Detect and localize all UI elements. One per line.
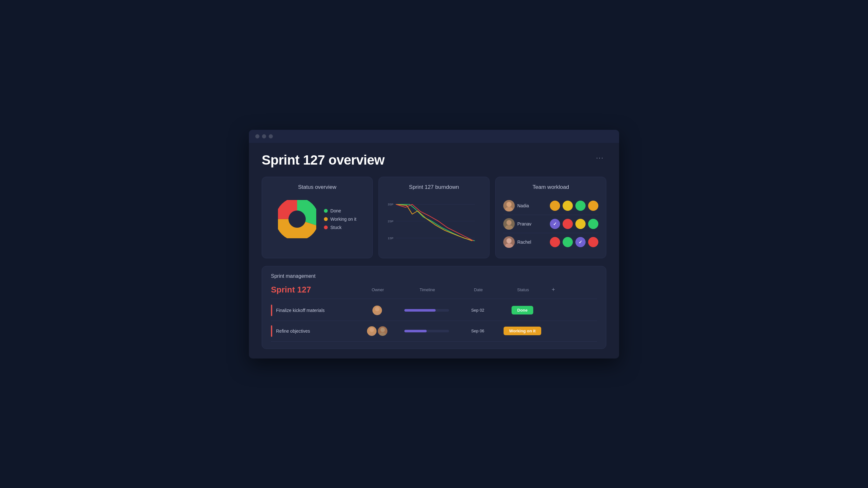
svg-point-19 (369, 332, 375, 336)
main-content: Sprint 127 overview ··· Status overview (249, 143, 619, 358)
member-name-pranav: Pranav (517, 221, 536, 226)
pie-legend: Done Working on it Stuck (324, 208, 356, 230)
svg-text:2SP: 2SP (388, 220, 394, 223)
burndown-title: Sprint 127 burndown (386, 184, 482, 190)
page-title: Sprint 127 overview (262, 153, 384, 168)
col-header-date: Date (459, 287, 497, 292)
workload-table: Nadia Pranav (503, 197, 598, 251)
svg-point-12 (506, 220, 512, 225)
legend-done: Done (324, 208, 356, 214)
task-2-owners (360, 326, 395, 336)
avatar-nadia (503, 200, 515, 212)
stuck-label: Stuck (330, 225, 341, 230)
avatar-pranav (503, 218, 515, 230)
nadia-status-dots (550, 201, 598, 211)
svg-point-13 (505, 225, 513, 230)
pie-chart (278, 200, 316, 238)
working-label: Working on it (330, 217, 356, 222)
pranav-dot-3 (576, 219, 586, 229)
task-indicator-1 (271, 304, 272, 316)
done-dot (324, 209, 328, 213)
workload-row-pranav: Pranav (503, 215, 598, 233)
task-1-date: Sep 02 (459, 308, 497, 313)
sprint-header: Sprint 127 Owner Timeline Date Status + (271, 285, 597, 299)
nadia-dot-4 (588, 201, 598, 211)
svg-point-10 (506, 202, 512, 207)
task-name-1: Finalize kickoff materials (276, 308, 360, 313)
team-workload-title: Team workload (503, 184, 598, 190)
title-bar (249, 130, 619, 143)
nadia-dot-3 (576, 201, 586, 211)
svg-text:3SP: 3SP (388, 203, 394, 206)
stuck-dot (324, 226, 328, 229)
avatar-rachel (503, 236, 515, 248)
rachel-dot-4 (588, 237, 598, 247)
burndown-card: Sprint 127 burndown 3SP 2SP 1SP (378, 177, 490, 258)
sprint-management-section: Sprint management Sprint 127 Owner Timel… (262, 266, 606, 349)
svg-point-17 (374, 312, 380, 315)
task-1-owner-avatar (372, 305, 382, 315)
task-2-timeline-fill (404, 330, 427, 332)
member-name-nadia: Nadia (517, 203, 536, 208)
working-dot (324, 217, 328, 221)
rachel-dot-2 (563, 237, 573, 247)
col-header-timeline: Timeline (395, 287, 459, 292)
rachel-dot-3 (576, 237, 586, 247)
sprint-management-title: Sprint management (271, 273, 597, 279)
window-dot-3 (269, 134, 273, 138)
task-1-timeline-fill (404, 309, 436, 312)
pie-container: Done Working on it Stuck (270, 197, 365, 241)
task-1-status: Done (497, 306, 548, 315)
task-1-timeline (395, 309, 459, 312)
task-1-timeline-bar (404, 309, 449, 312)
legend-stuck: Stuck (324, 225, 356, 230)
more-options-button[interactable]: ··· (594, 153, 606, 163)
col-header-owner: Owner (360, 287, 395, 292)
task-indicator-2 (271, 325, 272, 337)
task-2-status: Working on it (497, 327, 548, 335)
rachel-status-dots (550, 237, 598, 247)
add-column-button[interactable]: + (549, 286, 558, 293)
task-2-date: Sep 06 (459, 328, 497, 333)
svg-point-16 (375, 307, 379, 311)
task-2-timeline (395, 330, 459, 332)
burndown-chart: 3SP 2SP 1SP (388, 197, 480, 248)
rachel-dot-1 (550, 237, 560, 247)
task-1-owners (360, 305, 395, 315)
task-2-owner-avatar-2 (378, 326, 388, 336)
cards-row: Status overview (262, 177, 606, 258)
svg-text:1SP: 1SP (388, 236, 394, 239)
svg-point-15 (505, 243, 513, 248)
member-name-rachel: Rachel (517, 239, 536, 245)
done-label: Done (330, 208, 341, 214)
svg-point-14 (506, 238, 512, 243)
task-2-timeline-bar (404, 330, 449, 332)
pranav-dot-2 (563, 219, 573, 229)
legend-working: Working on it (324, 217, 356, 222)
nadia-dot-2 (563, 201, 573, 211)
pranav-status-dots (550, 219, 598, 229)
task-2-status-badge: Working on it (503, 327, 541, 335)
task-row-1: Finalize kickoff materials Sep 02 Done (271, 300, 597, 321)
page-header: Sprint 127 overview ··· (262, 153, 606, 168)
nadia-dot-1 (550, 201, 560, 211)
svg-point-11 (505, 207, 513, 212)
workload-row-nadia: Nadia (503, 197, 598, 215)
task-row-2: Refine objectives Sep 06 Working (271, 321, 597, 341)
workload-row-rachel: Rachel (503, 233, 598, 251)
burndown-container: 3SP 2SP 1SP (386, 197, 482, 249)
svg-point-20 (380, 328, 385, 332)
pranav-dot-4 (588, 219, 598, 229)
svg-point-3 (288, 210, 306, 228)
task-1-status-badge: Done (512, 306, 533, 315)
status-overview-title: Status overview (270, 184, 365, 190)
app-window: Sprint 127 overview ··· Status overview (249, 130, 619, 358)
svg-point-18 (370, 328, 374, 332)
window-dot-2 (262, 134, 266, 138)
sprint-name: Sprint 127 (271, 285, 360, 295)
task-2-owner-avatar-1 (367, 326, 377, 336)
svg-point-21 (379, 332, 386, 336)
status-overview-card: Status overview (262, 177, 373, 258)
task-name-2: Refine objectives (276, 328, 360, 334)
window-dot-1 (255, 134, 259, 138)
